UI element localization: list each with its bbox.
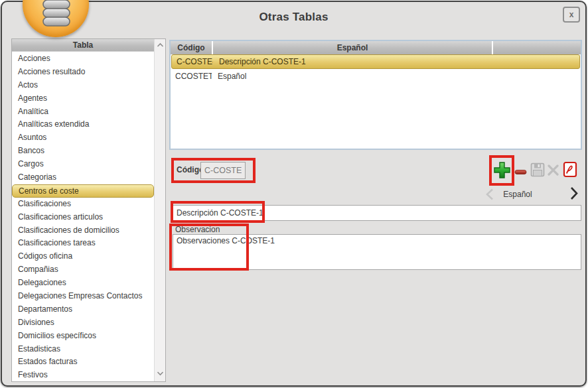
table-list-panel: Tabla AccionesAcciones resultadoActosAge… <box>11 38 166 382</box>
sidebar-item-festivos[interactable]: Festivos <box>12 369 154 381</box>
sidebar-item-departamentos[interactable]: Departamentos <box>12 303 154 316</box>
sidebar-item-clasificaciones-articulos[interactable]: Clasificaciones articulos <box>12 211 154 224</box>
minus-icon <box>514 168 527 176</box>
sidebar-item-actos[interactable]: Actos <box>12 79 154 92</box>
sidebar-item-asuntos[interactable]: Asuntos <box>12 131 154 145</box>
cell-codigo: CCOSTETEST <box>171 72 212 81</box>
next-language-button[interactable] <box>567 186 580 204</box>
table-row[interactable]: C-COSTE-1Descripción C-COSTE-1 <box>171 54 580 69</box>
x-icon <box>546 163 560 177</box>
observacion-field-label: Observacion <box>175 225 220 234</box>
page-title: Otras Tablas <box>2 11 585 24</box>
column-header-codigo[interactable]: Código <box>171 41 213 54</box>
sidebar-item-analitica[interactable]: Analítica <box>12 105 154 119</box>
plus-icon <box>492 161 512 180</box>
sidebar-item-agentes[interactable]: Agentes <box>12 92 154 105</box>
sidebar-item-acciones[interactable]: Acciones <box>12 52 154 66</box>
table-list-header: Tabla <box>12 39 154 52</box>
export-pdf-button[interactable] <box>563 161 577 180</box>
prev-language-button[interactable] <box>484 188 496 204</box>
table-list-scrollbar[interactable] <box>154 39 165 381</box>
sidebar-item-estadisticas[interactable]: Estadisticas <box>12 343 154 356</box>
sidebar-item-clasificaciones-tareas[interactable]: Clasificaciones tareas <box>12 237 154 250</box>
cancel-edit-button[interactable] <box>546 163 560 180</box>
database-icon <box>41 0 72 32</box>
table-row[interactable]: CCOSTETESTEspañol <box>171 69 581 84</box>
sidebar-item-divisiones[interactable]: Divisiones <box>12 316 154 330</box>
sidebar-item-companias[interactable]: Compañias <box>12 263 154 277</box>
sidebar-item-clasificaciones-de-domicilios[interactable]: Clasificaciones de domicilios <box>12 224 154 237</box>
codigo-field[interactable] <box>200 162 246 179</box>
sidebar-item-analiticas-extendida[interactable]: Analíticas extendida <box>12 118 154 131</box>
chevron-left-icon <box>484 188 496 201</box>
sidebar-item-cargos[interactable]: Cargos <box>12 158 154 171</box>
table-list: AccionesAcciones resultadoActosAgentesAn… <box>12 52 154 381</box>
sidebar-item-delegaciones-empresas-contactos[interactable]: Delegaciones Empresas Contactos <box>12 290 154 303</box>
close-button[interactable]: x <box>563 7 580 23</box>
cell-espanol: Español <box>212 72 581 81</box>
sidebar-item-delegaciones[interactable]: Delegaciones <box>12 277 154 290</box>
sidebar-item-codigos-oficina[interactable]: Códigos oficina <box>12 250 154 263</box>
sidebar-item-centros-de-coste[interactable]: Centros de coste <box>12 184 154 198</box>
add-record-button[interactable] <box>492 161 512 182</box>
screenshot-stage: Otras Tablas x Tabla AccionesAcciones re… <box>0 0 588 388</box>
sidebar-item-acciones-resultado[interactable]: Acciones resultado <box>12 66 154 79</box>
sidebar-item-bancos[interactable]: Bancos <box>12 145 154 158</box>
cell-codigo: C-COSTE-1 <box>172 57 213 66</box>
sidebar-item-estados-facturas[interactable]: Estados facturas <box>12 356 154 369</box>
chevron-right-icon <box>567 186 580 201</box>
remove-record-button[interactable] <box>514 166 527 178</box>
pdf-icon <box>563 161 577 178</box>
column-header-extra[interactable] <box>493 41 581 54</box>
sidebar-item-categorias[interactable]: Categorias <box>12 171 154 184</box>
grid-rows: C-COSTE-1Descripción C-COSTE-1CCOSTETEST… <box>171 54 581 84</box>
column-header-espanol[interactable]: Español <box>213 41 493 54</box>
descripcion-field[interactable] <box>173 205 581 221</box>
scroll-up-icon[interactable] <box>156 40 165 52</box>
save-record-button[interactable] <box>530 162 546 180</box>
cell-espanol: Descripción C-COSTE-1 <box>213 57 579 66</box>
otras-tablas-dialog: Otras Tablas x Tabla AccionesAcciones re… <box>1 1 587 387</box>
records-grid: Código Español C-COSTE-1Descripción C-CO… <box>169 40 582 150</box>
sidebar-item-domicilios-especificos[interactable]: Domicilios específicos <box>12 330 154 343</box>
observacion-field[interactable]: Observaciones C-COSTE-1 <box>173 234 581 270</box>
scroll-down-icon[interactable] <box>156 368 165 380</box>
language-label: Español <box>497 190 538 199</box>
sidebar-item-clasificaciones[interactable]: Clasificaciones <box>12 198 154 211</box>
floppy-icon <box>530 162 546 178</box>
grid-header-row: Código Español <box>171 41 581 54</box>
